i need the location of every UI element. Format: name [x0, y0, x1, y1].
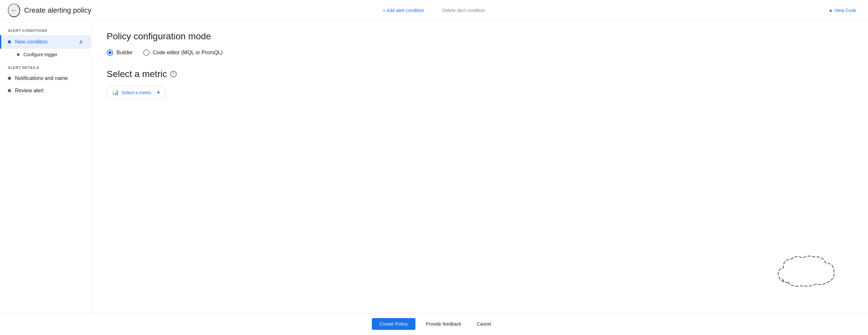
content-panel: Policy configuration mode Builder Code e… [91, 21, 868, 312]
builder-label: Builder [117, 50, 133, 56]
configure-trigger-label: Configure trigger [24, 52, 57, 57]
radio-group: Builder Code editor (MQL or PromQL) [107, 49, 852, 56]
review-alert-label: Review alert [15, 88, 83, 94]
help-icon[interactable]: ? [170, 71, 177, 77]
main-content: Alert Conditions New condition ∧ Configu… [0, 21, 868, 312]
config-mode-title: Policy configuration mode [107, 31, 852, 42]
alert-details-section-title: Alert Details [0, 66, 91, 72]
back-button[interactable]: ← [8, 4, 20, 17]
configure-trigger-dot [17, 53, 20, 56]
select-metric-title: Select a metric ? [107, 69, 852, 79]
view-code-label: View Code [835, 8, 856, 13]
new-condition-dot [8, 40, 11, 43]
select-metric-btn-label: Select a metric [121, 90, 152, 95]
header: ← Create alerting policy + Add alert con… [0, 0, 868, 21]
code-editor-radio-option[interactable]: Code editor (MQL or PromQL) [143, 49, 223, 56]
select-metric-title-text: Select a metric [107, 69, 167, 79]
provide-feedback-button[interactable]: Provide feedback [421, 318, 466, 330]
collapse-icon: ∧ [79, 38, 83, 45]
add-condition-button[interactable]: + Add alert condition [379, 5, 428, 15]
sidebar-item-configure-trigger[interactable]: Configure trigger [0, 49, 91, 61]
page-title: Create alerting policy [24, 6, 91, 14]
cancel-button[interactable]: Cancel [472, 318, 496, 330]
notifications-label: Notifications and name [15, 75, 83, 81]
header-left: ← Create alerting policy [8, 4, 292, 17]
sidebar: Alert Conditions New condition ∧ Configu… [0, 21, 91, 312]
header-actions: + Add alert condition Delete alert condi… [292, 5, 576, 15]
builder-radio[interactable] [107, 49, 113, 56]
cloud-illustration [770, 253, 842, 293]
sidebar-item-notifications[interactable]: Notifications and name [0, 72, 91, 85]
review-alert-dot [8, 89, 11, 92]
sidebar-item-new-condition[interactable]: New condition ∧ [0, 35, 91, 49]
code-editor-radio[interactable] [143, 49, 150, 56]
code-editor-label: Code editor (MQL or PromQL) [153, 50, 223, 56]
builder-radio-inner [108, 51, 112, 54]
metric-bar-icon: 📊 [112, 89, 119, 96]
new-condition-label: New condition [15, 39, 75, 45]
footer: Create Policy Provide feedback Cancel [0, 312, 868, 335]
builder-radio-option[interactable]: Builder [107, 49, 133, 56]
select-metric-button[interactable]: 📊 Select a metric ▾ [107, 86, 165, 99]
sidebar-item-review-alert[interactable]: Review alert [0, 85, 91, 97]
dropdown-arrow-icon: ▾ [157, 89, 160, 96]
delete-condition-button[interactable]: Delete alert condition [439, 5, 489, 15]
view-code-icon: ◈ [829, 8, 833, 13]
view-code-button[interactable]: ◈ View Code [825, 5, 860, 15]
notifications-dot [8, 77, 11, 80]
header-right: ◈ View Code [576, 5, 860, 15]
sidebar-gap [0, 61, 91, 66]
alert-conditions-section-title: Alert Conditions [0, 29, 91, 35]
create-policy-button[interactable]: Create Policy [372, 318, 416, 330]
